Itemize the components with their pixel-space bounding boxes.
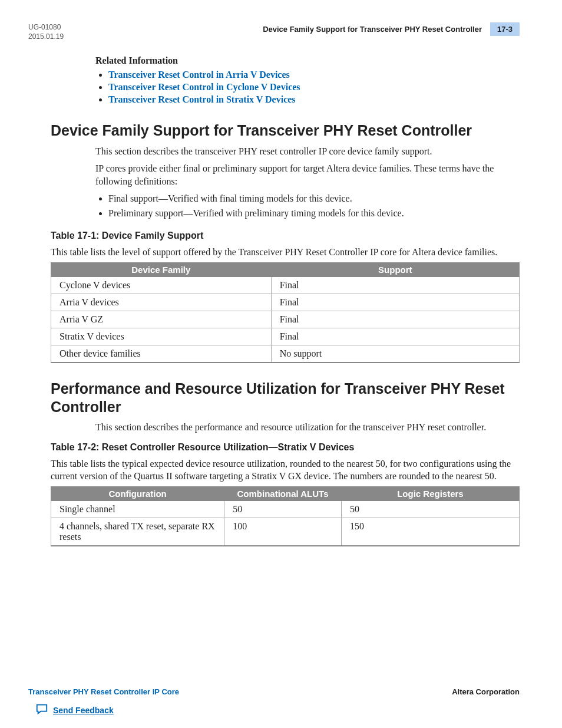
table-cell: 50 — [341, 501, 519, 518]
device-family-table: Device Family Support Cyclone V devicesF… — [51, 262, 520, 363]
table-row: Single channel 50 50 — [51, 501, 520, 518]
table-cell: No support — [271, 345, 519, 363]
page-header: UG-01080 2015.01.19 Device Family Suppor… — [28, 22, 520, 41]
page-footer: Transceiver PHY Reset Controller IP Core… — [28, 687, 520, 696]
table-header: Device Family — [51, 262, 272, 276]
list-item: Transceiver Reset Control in Arria V Dev… — [108, 70, 520, 80]
related-link[interactable]: Transceiver Reset Control in Cyclone V D… — [108, 82, 300, 92]
table-caption: This table lists the level of support of… — [51, 246, 520, 259]
send-feedback-link[interactable]: Send Feedback — [35, 703, 114, 717]
header-left: UG-01080 2015.01.19 — [28, 22, 64, 41]
table-title: Table 17-2: Reset Controller Resource Ut… — [51, 442, 520, 453]
related-info-list: Transceiver Reset Control in Arria V Dev… — [95, 70, 520, 105]
header-section-title: Device Family Support for Transceiver PH… — [263, 25, 482, 34]
doc-id: UG-01080 — [28, 22, 64, 32]
table-cell: Arria V devices — [51, 294, 272, 311]
section-heading-performance: Performance and Resource Utilization for… — [51, 380, 520, 417]
table-row: Stratix V devicesFinal — [51, 328, 520, 345]
list-item: Preliminary support—Verified with prelim… — [108, 207, 520, 220]
table-header: Configuration — [51, 487, 224, 501]
list-item: Transceiver Reset Control in Cyclone V D… — [108, 82, 520, 93]
table-row: 4 channels, shared TX reset, separate RX… — [51, 518, 520, 546]
table-cell: Other device families — [51, 345, 272, 363]
table-header: Support — [271, 262, 519, 276]
related-info-heading: Related Information — [95, 55, 520, 66]
section-heading-device-family: Device Family Support for Transceiver PH… — [51, 121, 520, 140]
send-feedback-label: Send Feedback — [53, 706, 114, 715]
comment-icon — [35, 703, 48, 717]
list-item: Transceiver Reset Control in Stratix V D… — [108, 94, 520, 105]
related-link[interactable]: Transceiver Reset Control in Arria V Dev… — [108, 70, 290, 80]
table-header: Combinational ALUTs — [224, 487, 342, 501]
body-paragraph: IP cores provide either final or prelimi… — [95, 162, 520, 187]
table-title: Table 17-1: Device Family Support — [51, 230, 520, 241]
doc-date: 2015.01.19 — [28, 32, 64, 41]
table-cell: Cyclone V devices — [51, 276, 272, 294]
table-cell: Final — [271, 294, 519, 311]
definitions-list: Final support—Verified with final timing… — [95, 192, 520, 220]
resource-utilization-table: Configuration Combinational ALUTs Logic … — [51, 486, 520, 546]
table-row: Cyclone V devicesFinal — [51, 276, 520, 294]
table-header: Logic Registers — [341, 487, 519, 501]
table-cell: 100 — [224, 518, 342, 546]
body-paragraph: This section describes the performance a… — [95, 421, 520, 434]
page-number: 17-3 — [490, 22, 520, 36]
list-item: Final support—Verified with final timing… — [108, 192, 520, 205]
table-row: Other device familiesNo support — [51, 345, 520, 363]
table-cell: 4 channels, shared TX reset, separate RX… — [51, 518, 224, 546]
table-cell: 150 — [341, 518, 519, 546]
table-cell: Stratix V devices — [51, 328, 272, 345]
table-caption: This table lists the typical expected de… — [51, 457, 520, 483]
body-paragraph: This section describes the transceiver P… — [95, 145, 520, 158]
table-row: Arria V devicesFinal — [51, 294, 520, 311]
table-cell: Final — [271, 276, 519, 294]
table-cell: Final — [271, 311, 519, 328]
footer-right: Altera Corporation — [452, 687, 520, 696]
table-cell: Single channel — [51, 501, 224, 518]
table-row: Arria V GZFinal — [51, 311, 520, 328]
table-cell: Final — [271, 328, 519, 345]
related-link[interactable]: Transceiver Reset Control in Stratix V D… — [108, 94, 296, 104]
table-cell: 50 — [224, 501, 342, 518]
header-right: Device Family Support for Transceiver PH… — [263, 22, 520, 36]
footer-left[interactable]: Transceiver PHY Reset Controller IP Core — [28, 687, 179, 696]
table-cell: Arria V GZ — [51, 311, 272, 328]
